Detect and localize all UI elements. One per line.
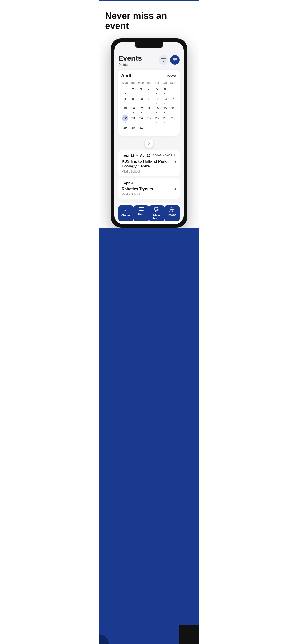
- event-2-chevron[interactable]: ∧: [174, 187, 176, 191]
- svg-rect-11: [139, 209, 144, 210]
- bottom-nav: Classes Menu: [118, 203, 180, 224]
- calendar-week-5: 29 30 31: [121, 124, 177, 133]
- day-24[interactable]: 24: [137, 114, 145, 124]
- day-13[interactable]: 13: [161, 95, 169, 104]
- day-23[interactable]: 23: [129, 114, 137, 124]
- day-31[interactable]: 31: [137, 124, 145, 133]
- nav-menu[interactable]: Menu: [134, 205, 149, 222]
- event-1-title-row: KS5 Trip to Holland Park Ecology Centre …: [122, 159, 176, 169]
- phone-screen: Events District: [114, 42, 184, 224]
- close-circle[interactable]: ✕: [145, 140, 153, 148]
- event-1-chevron[interactable]: ∨: [174, 160, 176, 164]
- svg-point-9: [125, 210, 126, 211]
- event-2-name: Robotics Tryouts: [122, 187, 172, 192]
- event-1-date-start: Apr 22: [124, 154, 134, 158]
- event-1-date-row: Apr 22 → Apr 26 8:00AM - 5:00PM: [122, 153, 176, 158]
- event-1-arrow: →: [136, 154, 139, 157]
- day-header-fri: FRI: [153, 81, 161, 85]
- svg-point-15: [172, 208, 174, 210]
- calendar-week-1: 1 2 3 4 5 6 7: [121, 85, 177, 95]
- day-11[interactable]: 11: [145, 95, 153, 104]
- filter-button[interactable]: [159, 55, 168, 65]
- day-18[interactable]: 18: [145, 104, 153, 114]
- calendar-grid: MON TUE WED THU FRI SAT SUN 1: [121, 81, 177, 133]
- phone-notch: [135, 42, 163, 48]
- filter-icon: [161, 58, 166, 62]
- day-29[interactable]: 29: [121, 124, 129, 133]
- svg-rect-7: [175, 60, 175, 61]
- day-header-sat: SAT: [161, 81, 169, 85]
- day-3[interactable]: 3: [137, 85, 145, 95]
- day-26[interactable]: 26: [153, 114, 161, 124]
- close-calendar-button[interactable]: ✕: [118, 138, 180, 150]
- event-list: Apr 22 → Apr 26 8:00AM - 5:00PM KS5 Trip…: [118, 150, 180, 203]
- day-5[interactable]: 5: [153, 85, 161, 95]
- day-header-sun: SUN: [169, 81, 177, 85]
- event-1-school: Middle School: [122, 170, 176, 173]
- calendar-today-label[interactable]: TODAY: [167, 74, 177, 78]
- day-10[interactable]: 10: [137, 95, 145, 104]
- day-empty-1: [145, 124, 153, 133]
- event-1-name: KS5 Trip to Holland Park Ecology Centre: [122, 159, 172, 169]
- calendar-button[interactable]: [170, 55, 180, 65]
- events-title: Events: [118, 54, 142, 62]
- header-buttons: [159, 55, 180, 65]
- nav-rooms[interactable]: Rooms: [164, 205, 180, 222]
- svg-rect-10: [139, 207, 144, 208]
- day-header-tue: TUE: [129, 81, 137, 85]
- day-17[interactable]: 17: [137, 104, 145, 114]
- events-subtitle: District: [118, 63, 142, 66]
- day-12[interactable]: 12: [153, 95, 161, 104]
- event-1-date-bar: [122, 153, 122, 158]
- day-20[interactable]: 20: [161, 104, 169, 114]
- events-header: Events District: [118, 54, 180, 66]
- day-2[interactable]: 2: [129, 85, 137, 95]
- event-2-date-row: Apr 26: [122, 181, 176, 185]
- day-8[interactable]: 8: [121, 95, 129, 104]
- calendar-headers-row: MON TUE WED THU FRI SAT SUN: [121, 81, 177, 85]
- day-header-thu: THU: [145, 81, 153, 85]
- calendar-week-2: 8 9 10 11 12 13 14: [121, 95, 177, 104]
- event-item-2[interactable]: Apr 26 Robotics Tryouts ∧ Middle School: [118, 178, 180, 199]
- day-4[interactable]: 4: [145, 85, 153, 95]
- day-22[interactable]: 22: [121, 114, 129, 124]
- day-14[interactable]: 14: [169, 95, 177, 104]
- svg-rect-12: [139, 210, 144, 211]
- day-6[interactable]: 6: [161, 85, 169, 95]
- page-headline: Never miss an event: [105, 11, 193, 31]
- page: Never miss an event Events District: [99, 0, 199, 644]
- event-item-1[interactable]: Apr 22 → Apr 26 8:00AM - 5:00PM KS5 Trip…: [118, 150, 180, 176]
- screen-content: Events District: [114, 42, 184, 224]
- day-empty-3: [161, 124, 169, 133]
- events-title-group: Events District: [118, 54, 142, 66]
- bottom-background: [99, 228, 199, 644]
- event-2-school: Middle School: [122, 192, 176, 196]
- event-1-date-end: Apr 26: [140, 154, 151, 158]
- day-16[interactable]: 16: [129, 104, 137, 114]
- day-19[interactable]: 19: [153, 104, 161, 114]
- day-21[interactable]: 21: [169, 104, 177, 114]
- svg-rect-0: [161, 58, 166, 59]
- phone-wrapper: Events District: [99, 38, 199, 228]
- calendar-week-3: 15 16 17 18 19 20 21: [121, 104, 177, 114]
- day-9[interactable]: 9: [129, 95, 137, 104]
- day-28[interactable]: 28: [169, 114, 177, 124]
- day-15[interactable]: 15: [121, 104, 129, 114]
- school-app-icon: [154, 207, 159, 213]
- day-header-wed: WED: [137, 81, 145, 85]
- header-section: Never miss an event: [99, 2, 199, 38]
- day-27[interactable]: 27: [161, 114, 169, 124]
- day-header-mon: MON: [121, 81, 129, 85]
- classes-label: Classes: [121, 214, 130, 217]
- event-2-date-bar: [122, 181, 122, 185]
- menu-label: Menu: [138, 213, 144, 216]
- day-30[interactable]: 30: [129, 124, 137, 133]
- day-1[interactable]: 1: [121, 85, 129, 95]
- day-25[interactable]: 25: [145, 114, 153, 124]
- phone-mockup: Events District: [111, 38, 187, 228]
- nav-classes[interactable]: Classes: [118, 205, 134, 222]
- rooms-icon: [169, 207, 175, 213]
- nav-school-app[interactable]: School App: [149, 205, 164, 222]
- day-7[interactable]: 7: [169, 85, 177, 95]
- menu-icon: [139, 207, 144, 212]
